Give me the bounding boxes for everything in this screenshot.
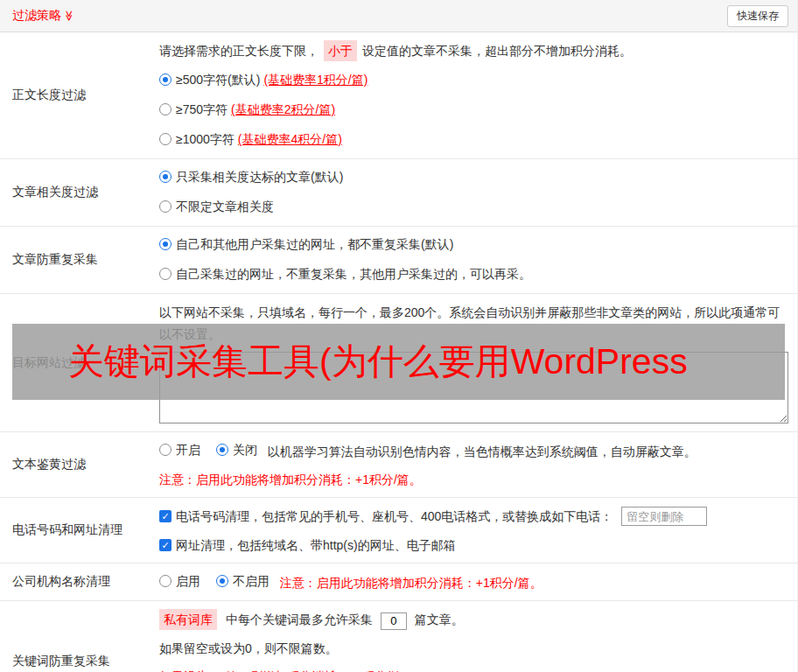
- radio-icon: [159, 171, 172, 183]
- section-label-company: 公司机构名称清理: [0, 564, 159, 600]
- radio-icon: [216, 444, 228, 456]
- radio-icon: [159, 103, 172, 116]
- header-bar: 过滤策略 ≫ 快速保存: [0, 0, 797, 32]
- company-note: 注意：启用此功能将增加积分消耗：+1积分/篇。: [280, 576, 542, 590]
- section-phone-url: 电话号码和网址清理 电话号码清理，包括常见的手机号、座机号、400电话格式，或替…: [0, 498, 797, 564]
- radio-icon: [159, 200, 172, 213]
- radio-porn-off[interactable]: 关闭: [216, 440, 257, 459]
- radio-label: 不限定文章相关度: [176, 197, 274, 216]
- private-lexicon-chip: 私有词库: [159, 609, 217, 630]
- radio-label: 只采集相关度达标的文章(默认): [176, 167, 343, 186]
- rate-note: (基础费率2积分/篇): [231, 100, 335, 119]
- checkbox-label: 网址清理，包括纯域名、带http(s)的网址、电子邮箱: [176, 536, 456, 555]
- section-label-keyword-dedup: 关键词防重复采集: [0, 601, 159, 672]
- radio-dedup-global[interactable]: 自己和其他用户采集过的网址，都不重复采集(默认): [159, 234, 453, 254]
- chevron-down-icon: ≫: [63, 10, 75, 22]
- section-body-length: 正文长度过滤 请选择需求的正文长度下限，小于设定值的文章不采集，超出部分不增加积…: [0, 32, 797, 159]
- section-label-phone-url: 电话号码和网址清理: [0, 498, 159, 563]
- radio-label: 开启: [176, 440, 200, 459]
- body-length-intro: 请选择需求的正文长度下限，小于设定值的文章不采集，超出部分不增加积分消耗。: [159, 40, 788, 61]
- section-label-dedup: 文章防重复采集: [0, 227, 159, 293]
- radio-label: 关闭: [233, 440, 257, 459]
- phone-replacement-input[interactable]: [621, 507, 707, 526]
- section-label-body-length: 正文长度过滤: [0, 32, 159, 158]
- intro-text-after: 设定值的文章不采集，超出部分不增加积分消耗。: [362, 44, 632, 58]
- radio-icon: [159, 238, 172, 250]
- section-company: 公司机构名称清理 启用 不启用 注意：启用此功能将增加积分消耗：+1积分/篇。: [0, 564, 797, 601]
- intro-text-before: 请选择需求的正文长度下限，: [159, 44, 318, 58]
- section-porn-filter: 文本鉴黄过滤 开启 关闭 以机器学习算法自动识别色情内容，当色情概率达到系统阈值…: [0, 432, 797, 498]
- section-label-target-site: 目标网站过滤: [0, 294, 159, 431]
- porn-filter-description: 以机器学习算法自动识别色情内容，当色情概率达到系统阈值，自动屏蔽文章。: [268, 444, 696, 458]
- page-title-text: 过滤策略: [12, 8, 61, 24]
- radio-label: 启用: [176, 571, 200, 591]
- section-target-site: 目标网站过滤 以下网站不采集，只填域名，每行一个，最多200个。系统会自动识别并…: [0, 294, 797, 432]
- radio-icon: [159, 575, 172, 587]
- porn-filter-note: 注意：启用此功能将增加积分消耗：+1积分/篇。: [159, 470, 788, 489]
- section-dedup: 文章防重复采集 自己和其他用户采集过的网址，都不重复采集(默认) 自己采集过的网…: [0, 227, 797, 294]
- quick-save-button[interactable]: 快速保存: [727, 5, 788, 27]
- radio-label: ≥500字符(默认): [176, 70, 260, 89]
- less-than-chip: 小于: [324, 40, 357, 61]
- radio-company-off[interactable]: 不启用: [216, 571, 270, 591]
- section-label-relevance: 文章相关度过滤: [0, 159, 159, 226]
- radio-company-on[interactable]: 启用: [159, 571, 200, 591]
- radio-length-1000[interactable]: ≥1000字符 (基础费率4积分/篇): [159, 130, 342, 149]
- checkbox-url-cleanup[interactable]: 网址清理，包括纯域名、带http(s)的网址、电子邮箱: [159, 536, 456, 555]
- radio-label: 自己和其他用户采集过的网址，都不重复采集(默认): [176, 234, 453, 254]
- radio-icon: [159, 133, 172, 145]
- keyword-dedup-text-before: 中每个关键词最多允许采集: [226, 612, 373, 626]
- radio-label: 不启用: [233, 571, 270, 591]
- radio-relevance-strict[interactable]: 只采集相关度达标的文章(默认): [159, 167, 343, 186]
- max-count-input[interactable]: [381, 612, 407, 630]
- radio-label: ≥1000字符: [176, 130, 234, 149]
- radio-icon: [159, 268, 172, 280]
- radio-dedup-self[interactable]: 自己采集过的网址，不重复采集，其他用户采集过的，可以再采。: [159, 264, 531, 284]
- checkbox-icon: [159, 539, 172, 551]
- radio-porn-on[interactable]: 开启: [159, 440, 200, 459]
- radio-label: ≥750字符: [176, 100, 228, 119]
- checkbox-label: 电话号码清理，包括常见的手机号、座机号、400电话格式，或替换成如下电话：: [176, 507, 612, 526]
- page-title[interactable]: 过滤策略 ≫: [9, 8, 75, 24]
- section-label-porn-filter: 文本鉴黄过滤: [0, 432, 159, 497]
- radio-label: 自己采集过的网址，不重复采集，其他用户采集过的，可以再采。: [176, 264, 531, 284]
- keyword-dedup-line2: 如果留空或设为0，则不限篇数。: [159, 639, 788, 658]
- radio-icon: [159, 74, 172, 86]
- rate-note: (基础费率1积分/篇): [263, 70, 368, 89]
- radio-icon: [159, 444, 172, 456]
- section-relevance: 文章相关度过滤 只采集相关度达标的文章(默认) 不限定文章相关度: [0, 159, 797, 227]
- section-keyword-dedup: 关键词防重复采集 私有词库 中每个关键词最多允许采集 篇文章。 如果留空或设为0…: [0, 601, 797, 672]
- radio-length-500[interactable]: ≥500字符(默认) (基础费率1积分/篇): [159, 70, 368, 89]
- radio-length-750[interactable]: ≥750字符 (基础费率2积分/篇): [159, 100, 335, 119]
- keyword-dedup-line3: 如果设为1-4篇，则增加积分消耗：+2积分/篇。: [159, 667, 788, 672]
- radio-icon: [216, 575, 228, 587]
- keyword-dedup-text-after: 篇文章。: [415, 612, 464, 626]
- checkbox-phone-cleanup[interactable]: 电话号码清理，包括常见的手机号、座机号、400电话格式，或替换成如下电话：: [159, 507, 612, 526]
- target-site-description: 以下网站不采集，只填域名，每行一个，最多200个。系统会自动识别并屏蔽那些非文章…: [159, 302, 788, 346]
- radio-relevance-any[interactable]: 不限定文章相关度: [159, 197, 274, 216]
- checkbox-icon: [159, 510, 172, 522]
- target-site-textarea[interactable]: [159, 352, 788, 424]
- rate-note: (基础费率4积分/篇): [238, 130, 342, 149]
